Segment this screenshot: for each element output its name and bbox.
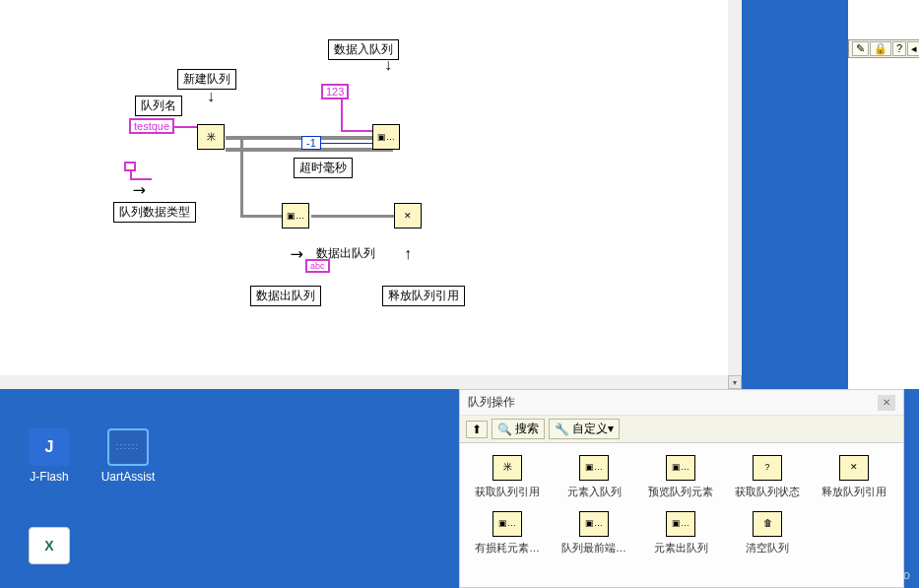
palette-item-label: 队列最前端… <box>553 541 635 555</box>
palette-titlebar[interactable]: 队列操作 ✕ <box>460 390 903 416</box>
datatype-label: 队列数据类型 <box>113 202 196 223</box>
abc-indicator[interactable]: abc <box>305 259 330 273</box>
palette-item-dequeue[interactable]: ▣… 元素出队列 <box>637 507 724 563</box>
queue-icon: ▣… <box>666 511 695 537</box>
uartassist-label: UartAssist <box>94 470 163 484</box>
excel-shortcut[interactable]: X <box>15 527 84 568</box>
scroll-down-icon[interactable]: ▾ <box>728 375 742 389</box>
up-button[interactable]: ⬆ <box>466 421 488 438</box>
palette-item-label: 有损耗元素… <box>466 541 549 555</box>
palette-toolbar: ⬆ 🔍 搜索 🔧 自定义▾ <box>460 416 903 443</box>
arrow-icon: ↑ <box>404 246 412 262</box>
obtain-queue-node[interactable]: 米 <box>197 124 225 150</box>
timeout-label: 超时毫秒 <box>294 158 353 178</box>
customize-label: 自定义▾ <box>572 421 614 437</box>
excel-icon: X <box>29 527 70 564</box>
help-icon[interactable]: ? <box>892 41 906 56</box>
palette-item-front[interactable]: ▣… 队列最前端… <box>551 507 637 563</box>
arrow-icon: ↗ <box>129 180 150 201</box>
palette-item-label: 清空队列 <box>726 541 809 555</box>
release-label: 释放队列引用 <box>382 286 465 306</box>
palette-title-text: 队列操作 <box>468 394 515 411</box>
queue-icon: ▣… <box>579 511 609 537</box>
tool-icon[interactable]: ✎ <box>852 41 869 56</box>
search-button[interactable]: 🔍 搜索 <box>492 419 545 439</box>
arrow-icon: ↓ <box>207 89 215 104</box>
queue-icon: ▣… <box>579 455 609 481</box>
close-icon[interactable]: ✕ <box>878 395 895 411</box>
queue-icon: 米 <box>492 455 522 481</box>
right-panel-sliver: ✎ 🔒 ? ◂ <box>830 0 919 389</box>
palette-item-label: 元素入队列 <box>553 485 635 499</box>
queue-icon: ✕ <box>839 455 869 481</box>
queue-icon: ▣… <box>666 455 695 481</box>
arrow-icon: ↗ <box>287 244 307 265</box>
search-label: 搜索 <box>515 421 539 437</box>
palette-row: 米 获取队列引用 ▣… 元素入队列 ▣… 预览队列元素 ? 获取队列状态 ✕ 释… <box>464 451 899 507</box>
jflash-shortcut[interactable]: J J-Flash <box>15 428 84 484</box>
customize-button[interactable]: 🔧 自定义▾ <box>549 419 620 439</box>
palette-item-enqueue[interactable]: ▣… 元素入队列 <box>551 451 637 507</box>
wire <box>240 215 282 218</box>
palette-item-label: 获取队列状态 <box>726 485 809 499</box>
block-diagram-canvas[interactable]: 队列名 testque 新建队列 ↓ 米 ↗ 队列数据类型 数据入队列 ↓ 12… <box>0 0 742 389</box>
timeout-constant[interactable]: -1 <box>301 136 321 150</box>
dequeue-label: 数据出队列 <box>250 286 321 306</box>
queue-name-label: 队列名 <box>135 96 182 116</box>
queue-icon: ? <box>753 455 782 481</box>
palette-item-label: 释放队列引用 <box>813 485 895 499</box>
context-help-toolbar[interactable]: ✎ 🔒 ? ◂ <box>848 39 919 58</box>
palette-item-label: 元素出队列 <box>639 541 722 555</box>
wire <box>341 130 374 132</box>
palette-item-preview[interactable]: ▣… 预览队列元素 <box>637 451 724 507</box>
palette-item-lossy[interactable]: ▣… 有损耗元素… <box>464 507 551 563</box>
wire <box>240 138 243 215</box>
palette-item-label: 预览队列元素 <box>639 485 722 499</box>
palette-item-flush[interactable]: 🗑 清空队列 <box>724 507 811 563</box>
uart-icon: ∷∷∷ <box>107 428 149 466</box>
collapse-icon[interactable]: ◂ <box>907 41 919 56</box>
desktop-area[interactable]: J J-Flash ∷∷∷ UartAssist X <box>0 389 459 588</box>
uartassist-shortcut[interactable]: ∷∷∷ UartAssist <box>94 428 163 484</box>
queue-name-constant[interactable]: testque <box>129 118 174 134</box>
queue-icon: 🗑 <box>753 511 782 537</box>
palette-body: 米 获取队列引用 ▣… 元素入队列 ▣… 预览队列元素 ? 获取队列状态 ✕ 释… <box>460 443 903 587</box>
queue-icon: ▣… <box>492 511 522 537</box>
jflash-label: J-Flash <box>15 470 84 484</box>
const-123[interactable]: 123 <box>321 84 349 99</box>
wire <box>311 215 394 218</box>
wire <box>174 126 197 128</box>
dequeue-node[interactable]: ▣… <box>282 203 309 229</box>
datatype-constant[interactable] <box>124 162 136 171</box>
palette-item-release[interactable]: ✕ 释放队列引用 <box>811 451 897 507</box>
arrow-icon: ↓ <box>384 57 392 73</box>
palette-row: ▣… 有损耗元素… ▣… 队列最前端… ▣… 元素出队列 🗑 清空队列 <box>464 507 899 563</box>
lock-icon[interactable]: 🔒 <box>870 41 891 56</box>
new-queue-label: 新建队列 <box>177 69 236 90</box>
palette-item-obtain-queue[interactable]: 米 获取队列引用 <box>464 451 551 507</box>
wrench-icon: 🔧 <box>555 423 569 436</box>
release-queue-node[interactable]: ✕ <box>394 203 422 229</box>
functions-palette[interactable]: 队列操作 ✕ ⬆ 🔍 搜索 🔧 自定义▾ 米 获取队列引用 ▣… 元素入队列 ▣… <box>459 389 904 588</box>
wire <box>321 143 374 144</box>
palette-item-label: 获取队列引用 <box>466 485 549 499</box>
enqueue-node[interactable]: ▣… <box>372 124 400 150</box>
jflash-icon: J <box>29 428 70 466</box>
palette-item-status[interactable]: ? 获取队列状态 <box>724 451 811 507</box>
search-icon: 🔍 <box>497 423 512 436</box>
